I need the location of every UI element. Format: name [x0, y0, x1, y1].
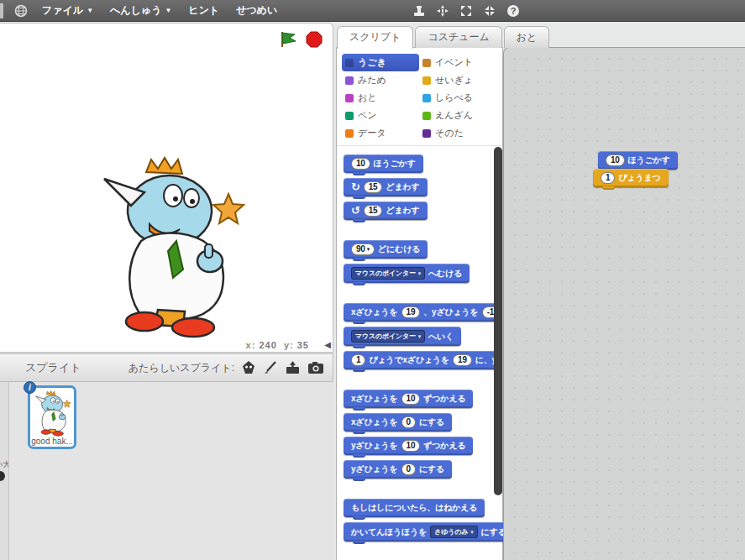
- block-dropdown[interactable]: さゆうのみ▾: [430, 526, 477, 538]
- category-おと[interactable]: おと: [342, 89, 419, 107]
- menu-tips-label: ヒント: [188, 3, 219, 18]
- block[interactable]: 1びょうでxざひょうを19に、yざひょうを: [344, 351, 502, 369]
- chevron-down-icon: ▾: [367, 244, 370, 254]
- shrink-sprite-icon[interactable]: [482, 3, 497, 18]
- pane-collapse-arrow-icon[interactable]: ◀: [324, 340, 331, 349]
- sprite-library-icon[interactable]: [241, 360, 256, 375]
- block-label: yざひょうを: [351, 440, 398, 452]
- menu-edit-label: へんしゅう: [110, 3, 161, 18]
- block-help-icon[interactable]: ?: [506, 3, 521, 18]
- grow-sprite-icon[interactable]: [459, 3, 474, 18]
- block-number-input[interactable]: 0: [401, 416, 416, 428]
- upload-sprite-icon[interactable]: [285, 360, 301, 375]
- scripts-area[interactable]: 10ほうごかす1びょうまつ: [503, 47, 745, 560]
- block-number-input[interactable]: 10: [401, 440, 421, 452]
- category-うごき[interactable]: うごき: [342, 54, 419, 71]
- tab-scripts[interactable]: スクリプト: [337, 26, 413, 49]
- chevron-down-icon: ▼: [87, 7, 93, 14]
- stop-button[interactable]: [306, 31, 323, 48]
- category-ペン[interactable]: ペン: [342, 107, 419, 124]
- menu-about[interactable]: せつめい: [228, 3, 286, 18]
- block-label: にする: [419, 463, 444, 475]
- sprite-info-badge[interactable]: i: [24, 381, 36, 394]
- tab-costumes[interactable]: コスチューム: [415, 26, 501, 48]
- category-label: せいぎょ: [435, 74, 473, 86]
- category-えんざん[interactable]: えんざん: [419, 107, 502, 124]
- x-label: x:: [246, 340, 256, 350]
- menu-tips[interactable]: ヒント: [180, 3, 228, 18]
- green-flag-button[interactable]: [279, 30, 297, 49]
- block-row: マウスのポインター▾へいく: [344, 327, 502, 351]
- category-label: イベント: [435, 56, 473, 69]
- category-label: データ: [358, 127, 386, 139]
- script-block[interactable]: 1びょうまつ: [593, 169, 669, 192]
- block-group: もしはしについたら、はねかえるかいてんほうほうをさゆうのみ▾にする: [344, 499, 502, 547]
- paint-brush-icon[interactable]: [263, 360, 278, 375]
- category-color-swatch: [422, 59, 431, 67]
- block-dropdown[interactable]: マウスのポインター▾: [351, 267, 425, 280]
- category-イベント[interactable]: イベント: [419, 54, 502, 71]
- category-list: うごきみためおとペンデータイベントせいぎょしらべるえんざんそのた: [337, 48, 502, 146]
- block-label: xざひょうを: [351, 416, 398, 428]
- chevron-down-icon: ▾: [418, 333, 421, 340]
- block[interactable]: かいてんほうほうをさゆうのみ▾にする: [344, 522, 514, 542]
- menu-edit[interactable]: へんしゅう ▼: [102, 3, 180, 18]
- globe-icon[interactable]: [13, 3, 29, 18]
- category-label: しらべる: [435, 92, 473, 104]
- block-label: ほうごかす: [374, 158, 416, 170]
- palette-scrollbar[interactable]: [494, 147, 502, 495]
- block[interactable]: 10ほうごかす: [344, 154, 423, 173]
- block-dropdown[interactable]: マウスのポインター▾: [351, 330, 425, 343]
- menu-file[interactable]: ファイル ▼: [34, 3, 102, 18]
- block-number-input[interactable]: 10: [351, 158, 370, 170]
- block[interactable]: xざひょうを10ずつかえる: [344, 390, 473, 408]
- category-color-swatch: [422, 76, 431, 85]
- block[interactable]: マウスのポインター▾へむける: [344, 264, 470, 283]
- delete-cursor-icon[interactable]: [435, 3, 450, 18]
- category-みため[interactable]: みため: [342, 71, 419, 89]
- block-number-input[interactable]: 90▾: [351, 243, 375, 255]
- camera-icon[interactable]: [0, 471, 5, 481]
- block[interactable]: yざひょうを10ずつかえる: [344, 437, 473, 455]
- category-せいぎょ[interactable]: せいぎょ: [419, 71, 502, 89]
- block-number-input[interactable]: 19: [453, 354, 472, 366]
- duplicate-stamp-icon[interactable]: [412, 3, 427, 18]
- block-number-input[interactable]: 19: [401, 306, 421, 318]
- block[interactable]: ↻15どまわす: [344, 178, 428, 196]
- camera-icon[interactable]: [307, 361, 324, 374]
- block-number-input[interactable]: 15: [364, 181, 383, 193]
- block-number-input[interactable]: 10: [401, 393, 421, 405]
- sprite-thumbnail-selected[interactable]: good hak...: [28, 385, 76, 449]
- block-label: ずつかえる: [423, 393, 465, 405]
- sprite-on-stage[interactable]: [102, 154, 249, 338]
- block-number-input[interactable]: 1: [351, 354, 365, 366]
- y-label: y:: [284, 340, 294, 350]
- block-palette: うごきみためおとペンデータイベントせいぎょしらべるえんざんそのた 10ほうごかす…: [336, 47, 503, 560]
- block-number-input[interactable]: 1: [601, 172, 615, 184]
- tab-sounds[interactable]: おと: [504, 26, 550, 48]
- category-しらべる[interactable]: しらべる: [419, 89, 502, 107]
- block-group: xざひょうを19、yざひょうを-14にするマウスのポインター▾へいく1びょうでx…: [344, 303, 502, 374]
- block[interactable]: もしはしについたら、はねかえる: [344, 499, 485, 517]
- block[interactable]: 90▾どにむける: [344, 240, 428, 259]
- block-row: ↻15どまわす: [344, 178, 502, 201]
- menu-bar: ファイル ▼ へんしゅう ▼ ヒント せつめい: [0, 0, 745, 22]
- sprite-pane-title: スプライト: [25, 360, 81, 375]
- block-number-input[interactable]: 10: [606, 154, 625, 166]
- block-dropdown-label: マウスのポインター: [355, 269, 416, 278]
- block-label: どまわす: [386, 205, 419, 217]
- block[interactable]: yざひょうを0にする: [344, 460, 452, 479]
- block[interactable]: ↺15どまわす: [344, 201, 428, 220]
- block[interactable]: xざひょうを19、yざひょうを-14にする: [344, 303, 502, 322]
- block[interactable]: 10ほうごかす: [598, 151, 678, 170]
- block[interactable]: xざひょうを0にする: [344, 413, 452, 432]
- block[interactable]: 1びょうまつ: [593, 169, 669, 187]
- stage: x: 240 y: 35 ◀: [0, 23, 333, 353]
- block[interactable]: マウスのポインター▾へいく: [344, 327, 461, 346]
- category-そのた[interactable]: そのた: [419, 124, 502, 142]
- block-number-input[interactable]: 15: [364, 205, 383, 217]
- block-number-input[interactable]: 0: [401, 463, 416, 475]
- block-row: 10ほうごかす: [344, 154, 502, 178]
- category-データ[interactable]: データ: [342, 124, 419, 142]
- y-value: 35: [297, 340, 309, 350]
